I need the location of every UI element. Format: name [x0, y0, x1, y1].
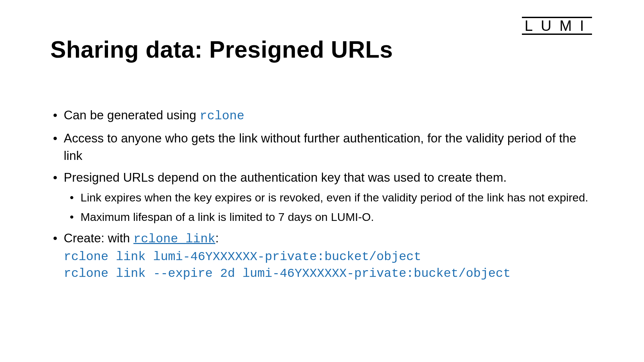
bullet-item: Presigned URLs depend on the authenticat… — [50, 169, 594, 225]
sub-bullet-item: Link expires when the key expires or is … — [64, 190, 594, 206]
bullet-text: Link expires when the key expires or is … — [80, 191, 588, 204]
slide: LUMI Sharing data: Presigned URLs Can be… — [0, 0, 644, 362]
bullet-text: Presigned URLs depend on the authenticat… — [64, 171, 507, 184]
rclone-link-command[interactable]: rclone link — [133, 232, 215, 246]
bullet-text: : — [215, 231, 219, 245]
bullet-item: Can be generated using rclone — [50, 107, 594, 125]
bullet-item: Access to anyone who gets the link witho… — [50, 130, 594, 165]
bullet-text: Create: with — [64, 231, 133, 245]
inline-code: rclone — [200, 109, 244, 123]
bullet-text: Maximum lifespan of a link is limited to… — [80, 210, 374, 223]
bullet-text: Access to anyone who gets the link witho… — [64, 131, 576, 163]
lumi-logo: LUMI — [522, 17, 592, 35]
command-line: rclone link lumi-46YXXXXXX-private:bucke… — [64, 249, 594, 265]
command-block: rclone link lumi-46YXXXXXX-private:bucke… — [64, 249, 594, 282]
sub-bullet-item: Maximum lifespan of a link is limited to… — [64, 209, 594, 225]
bullet-list: Can be generated using rclone Access to … — [50, 107, 594, 282]
bullet-text: Can be generated using — [64, 108, 200, 122]
slide-title: Sharing data: Presigned URLs — [50, 36, 594, 63]
bullet-item: Create: with rclone link: rclone link lu… — [50, 230, 594, 282]
sub-bullet-list: Link expires when the key expires or is … — [64, 190, 594, 225]
command-line: rclone link --expire 2d lumi-46YXXXXXX-p… — [64, 265, 594, 282]
